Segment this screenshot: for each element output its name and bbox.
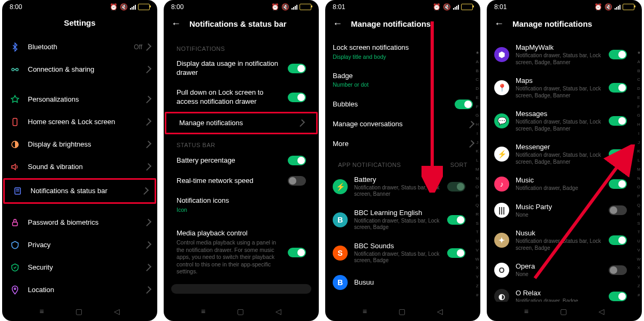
back-icon[interactable]: ← (494, 18, 504, 29)
settings-item-connection[interactable]: Connection & sharing (2, 58, 157, 81)
settings-item-sound[interactable]: Sound & vibration (2, 156, 157, 178)
toggle[interactable] (609, 179, 627, 189)
toggle[interactable] (609, 83, 627, 93)
nav-recent-icon[interactable]: ≡ (363, 307, 367, 316)
back-icon[interactable]: ← (171, 18, 181, 29)
alpha-L[interactable]: L (638, 158, 640, 163)
settings-item-security[interactable]: Security (2, 256, 157, 279)
nav-home-icon[interactable]: ▢ (75, 307, 82, 316)
alpha-K[interactable]: K (638, 149, 640, 154)
nav-recent-icon[interactable]: ≡ (201, 307, 205, 316)
alpha-U[interactable]: U (637, 239, 640, 243)
alpha-R[interactable]: R (476, 212, 479, 217)
alpha-D[interactable]: D (476, 86, 479, 91)
alpha-I[interactable]: I (638, 131, 639, 136)
toggle[interactable] (288, 64, 306, 73)
nav-recent-icon[interactable]: ≡ (40, 307, 44, 316)
nav-back-icon[interactable]: ◁ (599, 307, 604, 316)
nav-recent-icon[interactable]: ≡ (524, 307, 528, 316)
settings-item-display[interactable]: Display & brightness (2, 133, 157, 156)
toggle[interactable] (447, 248, 465, 258)
toggle[interactable] (609, 265, 627, 275)
toggle[interactable] (288, 176, 306, 186)
alpha-X[interactable]: X (638, 265, 640, 270)
settings-item-location[interactable]: Location (2, 279, 157, 301)
app-row-nusuk[interactable]: ✦NusukNotification drawer, Status bar, L… (487, 224, 642, 257)
nav-back-icon[interactable]: ◁ (114, 307, 120, 316)
app-row-maps[interactable]: 📍MapsNotification drawer, Status bar, Lo… (487, 71, 642, 104)
row-pull-down-on-lock-screen-to-access-notification-drawer[interactable]: Pull down on Lock screen to access notif… (164, 83, 319, 112)
toggle[interactable] (288, 156, 306, 165)
alpha-E[interactable]: E (476, 95, 479, 100)
alpha-Y[interactable]: Y (476, 274, 479, 279)
nav-back-icon[interactable]: ◁ (275, 307, 281, 316)
alpha-H[interactable]: H (476, 122, 479, 127)
sort-button[interactable]: SORT (450, 162, 467, 168)
alpha-R[interactable]: R (637, 212, 640, 217)
alpha-D[interactable]: D (637, 86, 640, 91)
row-bubbles[interactable]: Bubbles (325, 94, 480, 114)
alpha-L[interactable]: L (476, 158, 478, 163)
app-row-opera[interactable]: OOperaNone (487, 257, 642, 284)
alpha-F[interactable]: F (638, 104, 640, 109)
alpha-Z[interactable]: Z (476, 284, 479, 288)
alpha-P[interactable]: P (476, 194, 479, 198)
toggle[interactable] (288, 248, 306, 257)
toggle[interactable] (447, 215, 465, 225)
row-battery-percentage[interactable]: Battery percentage (164, 150, 319, 171)
row-manage-conversations[interactable]: Manage conversations (325, 114, 480, 134)
alpha-Q[interactable]: Q (637, 203, 640, 208)
row-badge[interactable]: BadgeNumber or dot (325, 66, 480, 95)
app-row-bbc-learning-english[interactable]: BBBC Learning EnglishNotification drawer… (325, 203, 480, 236)
alpha-S[interactable]: S (476, 221, 479, 226)
app-row-busuu[interactable]: BBusuu (325, 270, 480, 295)
alpha-J[interactable]: J (638, 140, 640, 145)
alpha-M[interactable]: M (637, 167, 641, 172)
alpha-E[interactable]: E (638, 95, 640, 100)
toggle[interactable] (288, 93, 306, 102)
alpha-B[interactable]: B (476, 68, 479, 73)
alpha-N[interactable]: N (637, 176, 640, 181)
toggle[interactable] (609, 116, 627, 126)
alpha-Q[interactable]: Q (476, 203, 479, 208)
alpha-#[interactable]: # (638, 293, 640, 297)
settings-item-notifications[interactable]: Notifications & status bar (5, 180, 155, 202)
alpha-P[interactable]: P (638, 194, 640, 198)
alpha-F[interactable]: F (476, 104, 479, 109)
row-more[interactable]: More (325, 134, 480, 154)
app-row-messages[interactable]: 💬MessagesNotification drawer, Status bar… (487, 104, 642, 137)
alpha-U[interactable]: U (476, 239, 479, 243)
alpha-J[interactable]: J (476, 140, 478, 145)
alpha-W[interactable]: W (637, 257, 641, 262)
alpha-Y[interactable]: Y (638, 274, 640, 279)
toggle[interactable] (609, 292, 627, 301)
alpha-S[interactable]: S (638, 221, 640, 226)
alpha-index[interactable]: ★ABCDEFGHIJKLMNOPQRSTUVWXYZ# (475, 48, 479, 300)
alpha-M[interactable]: M (476, 167, 479, 172)
app-row-bbc-sounds[interactable]: SBBC SoundsNotification drawer, Status b… (325, 236, 480, 270)
toggle[interactable] (447, 182, 465, 192)
alpha-K[interactable]: K (476, 149, 479, 154)
alpha-V[interactable]: V (638, 248, 640, 253)
nav-home-icon[interactable]: ▢ (560, 307, 567, 316)
toggle[interactable] (609, 50, 627, 59)
row-manage-notifications[interactable]: Manage notifications (166, 113, 316, 133)
alpha-B[interactable]: B (638, 68, 640, 73)
app-row-messenger[interactable]: ⚡MessengerNotification drawer, Status ba… (487, 137, 642, 171)
alpha-#[interactable]: # (476, 293, 478, 297)
alpha-A[interactable]: A (476, 59, 479, 64)
alpha-★[interactable]: ★ (637, 50, 641, 55)
media-playback-control[interactable]: Media playback control Control media pla… (164, 224, 319, 281)
alpha-O[interactable]: O (637, 185, 640, 189)
alpha-★[interactable]: ★ (476, 50, 479, 55)
nav-home-icon[interactable]: ▢ (237, 307, 244, 316)
alpha-index[interactable]: ★ABCDEFGHIJKLMNOPQRSTUVWXYZ# (637, 48, 641, 300)
row-notification-icons[interactable]: Notification iconsIcon (164, 191, 319, 219)
alpha-G[interactable]: G (637, 113, 640, 118)
settings-item-personalizations[interactable]: Personalizations (2, 88, 157, 111)
alpha-G[interactable]: G (476, 113, 479, 118)
alpha-C[interactable]: C (637, 77, 640, 82)
settings-item-bluetooth[interactable]: BluetoothOff (2, 36, 157, 58)
alpha-A[interactable]: A (638, 59, 640, 64)
alpha-C[interactable]: C (476, 77, 479, 82)
